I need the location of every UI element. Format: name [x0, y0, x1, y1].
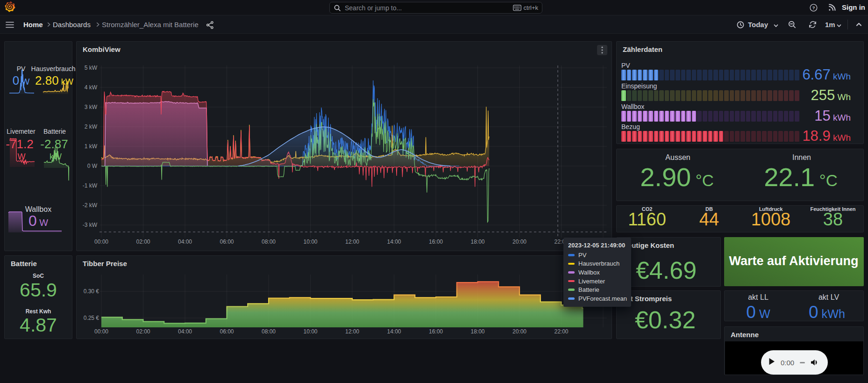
svg-text:0 W: 0 W	[87, 163, 98, 169]
svg-text:22:00: 22:00	[554, 328, 568, 335]
svg-text:18:00: 18:00	[470, 328, 484, 335]
svg-text:20:00: 20:00	[512, 328, 526, 335]
svg-text:10:00: 10:00	[303, 238, 317, 245]
svg-text:16:00: 16:00	[429, 328, 443, 335]
svg-text:02:00: 02:00	[136, 238, 150, 245]
svg-text:08:00: 08:00	[262, 328, 276, 335]
svg-text:04:00: 04:00	[178, 328, 192, 335]
svg-text:14:00: 14:00	[387, 328, 401, 335]
svg-text:00:00: 00:00	[94, 238, 108, 245]
svg-text:04:00: 04:00	[178, 238, 192, 245]
svg-text:20:00: 20:00	[512, 238, 526, 245]
svg-text:3 kW: 3 kW	[85, 104, 98, 110]
svg-text:?: ?	[812, 6, 815, 10]
svg-text:06:00: 06:00	[220, 238, 234, 245]
svg-text:00:00: 00:00	[94, 328, 108, 335]
svg-text:16:00: 16:00	[429, 238, 443, 245]
svg-text:18:00: 18:00	[470, 238, 484, 245]
svg-text:08:00: 08:00	[262, 238, 276, 245]
svg-text:10:00: 10:00	[303, 328, 317, 335]
svg-text:-1 kW: -1 kW	[83, 182, 98, 189]
svg-text:14:00: 14:00	[387, 238, 401, 245]
svg-text:-2 kW: -2 kW	[83, 202, 98, 209]
svg-text:12:00: 12:00	[345, 328, 359, 335]
svg-text:12:00: 12:00	[345, 238, 359, 245]
svg-text:06:00: 06:00	[220, 328, 234, 335]
svg-text:02:00: 02:00	[136, 328, 150, 335]
